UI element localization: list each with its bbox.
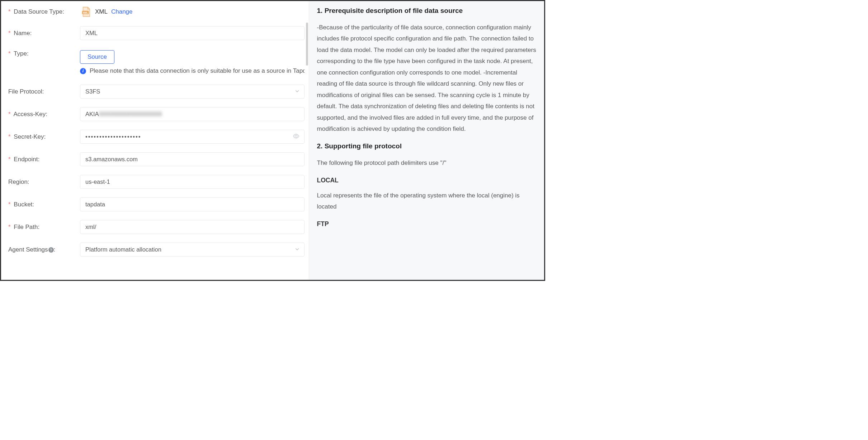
docs-section2-intro: The following file protocol path delimit… <box>317 157 536 168</box>
info-icon: i <box>80 68 86 74</box>
bucket-label-text: Bucket: <box>14 201 34 208</box>
access-key-blurred: XXXXXXXXXXXXXXXX <box>99 111 162 117</box>
docs-panel: 1. Prerequisite description of file data… <box>309 1 544 280</box>
xml-file-icon: XML <box>80 6 91 18</box>
access-key-prefix: AKIA <box>85 111 99 117</box>
secret-key-input[interactable] <box>80 130 305 144</box>
docs-section1-body: -Because of the particularity of file da… <box>317 22 536 134</box>
form-panel: * Data Source Type: XML XML Change <box>1 1 309 280</box>
endpoint-input[interactable] <box>80 152 305 166</box>
type-note-row: i Please note that this data connection … <box>8 67 305 75</box>
docs-local-body: Local represents the file of the operati… <box>317 190 536 212</box>
file-path-label: * File Path: <box>8 224 80 231</box>
required-mark: * <box>8 50 11 57</box>
secret-key-label: * Secret-Key: <box>8 133 80 140</box>
svg-text:XML: XML <box>83 11 89 14</box>
file-protocol-label: File Protocol: <box>8 88 80 95</box>
required-mark: * <box>8 30 11 37</box>
required-mark: * <box>8 133 11 140</box>
required-mark: * <box>8 224 11 230</box>
docs-section2-title: 2. Supporting file protocol <box>317 142 536 150</box>
docs-section1-title: 1. Prerequisite description of file data… <box>317 7 536 15</box>
name-label-text: Name: <box>14 30 32 37</box>
region-row: Region: <box>8 175 305 189</box>
docs-ftp-title: FTP <box>317 220 536 228</box>
endpoint-label: * Endpoint: <box>8 156 80 163</box>
bucket-row: * Bucket: <box>8 197 305 211</box>
agent-settings-select[interactable] <box>80 243 305 257</box>
required-mark: * <box>8 201 11 208</box>
source-tag-button[interactable]: Source <box>80 50 114 64</box>
access-key-row: * Access-Key: AKIAXXXXXXXXXXXXXXXX <box>8 107 305 121</box>
secret-key-row: * Secret-Key: <box>8 130 305 144</box>
file-protocol-row: File Protocol: <box>8 85 305 99</box>
file-path-label-text: File Path: <box>14 224 39 230</box>
name-input[interactable] <box>80 26 305 40</box>
data-source-type-label-text: Data Source Type: <box>14 8 64 15</box>
file-path-input[interactable] <box>80 220 305 234</box>
name-row: * Name: <box>8 26 305 40</box>
scrollbar[interactable] <box>305 1 309 280</box>
required-mark: * <box>8 156 11 163</box>
type-note-text: Please note that this data connection is… <box>90 67 305 75</box>
change-link[interactable]: Change <box>111 8 133 15</box>
name-label: * Name: <box>8 30 80 37</box>
bucket-input[interactable] <box>80 197 305 211</box>
type-label: * Type: <box>8 50 80 57</box>
secret-key-label-text: Secret-Key: <box>14 133 46 140</box>
endpoint-label-text: Endpoint: <box>14 156 39 163</box>
required-mark: * <box>8 111 11 118</box>
required-mark: * <box>8 8 11 15</box>
region-label: Region: <box>8 178 80 186</box>
file-path-row: * File Path: <box>8 220 305 234</box>
agent-settings-row: Agent Settings?: <box>8 243 305 257</box>
endpoint-row: * Endpoint: <box>8 152 305 166</box>
access-key-input[interactable]: AKIAXXXXXXXXXXXXXXXX <box>80 107 305 121</box>
scrollbar-thumb[interactable] <box>306 23 308 66</box>
eye-icon[interactable] <box>293 133 299 141</box>
bucket-label: * Bucket: <box>8 201 80 208</box>
file-protocol-select[interactable] <box>80 85 305 99</box>
agent-settings-label: Agent Settings?: <box>8 246 80 253</box>
agent-settings-label-text: Agent Settings <box>8 246 48 253</box>
colon-text: : <box>54 246 56 253</box>
region-input[interactable] <box>80 175 305 189</box>
data-source-type-value: XML <box>95 8 108 15</box>
docs-local-title: LOCAL <box>317 177 536 184</box>
access-key-label-text: Access-Key: <box>13 111 47 118</box>
file-protocol-label-text: File Protocol: <box>8 88 44 95</box>
data-source-type-label: * Data Source Type: <box>8 8 80 15</box>
type-row: * Type: Source <box>8 49 305 64</box>
data-source-type-row: * Data Source Type: XML XML Change <box>8 6 305 18</box>
region-label-text: Region: <box>8 178 29 185</box>
help-icon[interactable]: ? <box>48 247 54 253</box>
type-label-text: Type: <box>14 50 29 57</box>
access-key-label: * Access-Key: <box>8 111 80 118</box>
